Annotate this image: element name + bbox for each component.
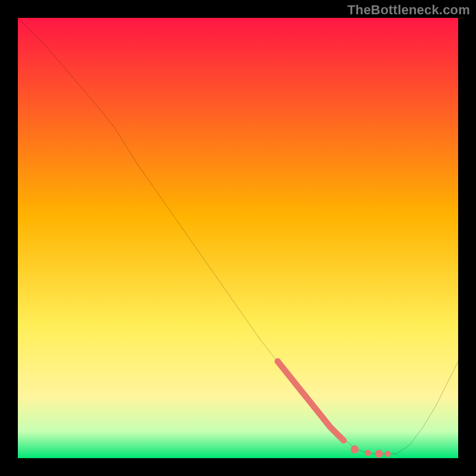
valley-dot xyxy=(384,450,390,456)
attribution-label: TheBottleneck.com xyxy=(347,2,470,18)
valley-dot xyxy=(375,450,383,458)
valley-dot xyxy=(365,450,371,456)
gradient-background xyxy=(18,18,458,458)
bottleneck-chart xyxy=(18,18,458,458)
chart-container: TheBottleneck.com xyxy=(0,0,476,476)
valley-dot xyxy=(350,446,358,453)
